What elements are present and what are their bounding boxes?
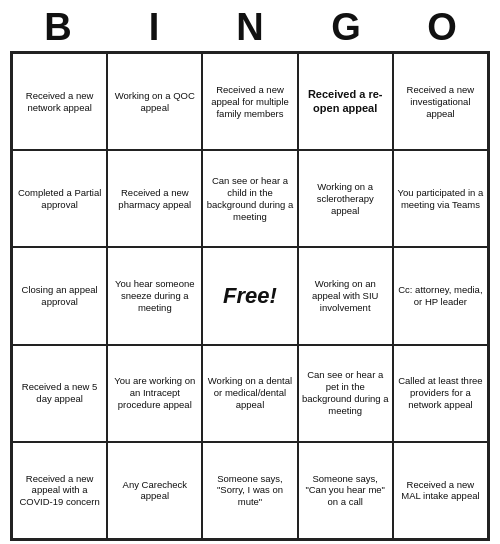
bingo-cell-11[interactable]: You hear someone sneeze during a meeting	[107, 247, 202, 344]
bingo-cell-13[interactable]: Working on an appeal with SIU involvemen…	[298, 247, 393, 344]
letter-o: O	[398, 6, 486, 49]
bingo-title-row: B I N G O	[10, 0, 490, 51]
bingo-cell-4[interactable]: Received a new investigational appeal	[393, 53, 488, 150]
bingo-grid: Received a new network appealWorking on …	[10, 51, 490, 541]
letter-n: N	[206, 6, 294, 49]
letter-i: I	[110, 6, 198, 49]
bingo-cell-15[interactable]: Received a new 5 day appeal	[12, 345, 107, 442]
bingo-cell-24[interactable]: Received a new MAL intake appeal	[393, 442, 488, 539]
bingo-cell-0[interactable]: Received a new network appeal	[12, 53, 107, 150]
bingo-cell-18[interactable]: Can see or hear a pet in the background …	[298, 345, 393, 442]
bingo-cell-9[interactable]: You participated in a meeting via Teams	[393, 150, 488, 247]
bingo-cell-6[interactable]: Received a new pharmacy appeal	[107, 150, 202, 247]
bingo-cell-19[interactable]: Called at least three providers for a ne…	[393, 345, 488, 442]
letter-b: B	[14, 6, 102, 49]
bingo-cell-12[interactable]: Free!	[202, 247, 297, 344]
letter-g: G	[302, 6, 390, 49]
bingo-cell-2[interactable]: Received a new appeal for multiple famil…	[202, 53, 297, 150]
bingo-cell-16[interactable]: You are working on an Intracept procedur…	[107, 345, 202, 442]
bingo-cell-20[interactable]: Received a new appeal with a COVID-19 co…	[12, 442, 107, 539]
bingo-cell-23[interactable]: Someone says, "Can you hear me" on a cal…	[298, 442, 393, 539]
bingo-cell-1[interactable]: Working on a QOC appeal	[107, 53, 202, 150]
bingo-cell-22[interactable]: Someone says, "Sorry, I was on mute"	[202, 442, 297, 539]
bingo-cell-21[interactable]: Any Carecheck appeal	[107, 442, 202, 539]
bingo-cell-5[interactable]: Completed a Partial approval	[12, 150, 107, 247]
bingo-cell-10[interactable]: Closing an appeal approval	[12, 247, 107, 344]
bingo-cell-14[interactable]: Cc: attorney, media, or HP leader	[393, 247, 488, 344]
bingo-cell-7[interactable]: Can see or hear a child in the backgroun…	[202, 150, 297, 247]
bingo-cell-17[interactable]: Working on a dental or medical/dental ap…	[202, 345, 297, 442]
bingo-cell-8[interactable]: Working on a sclerotherapy appeal	[298, 150, 393, 247]
bingo-cell-3[interactable]: Received a re-open appeal	[298, 53, 393, 150]
